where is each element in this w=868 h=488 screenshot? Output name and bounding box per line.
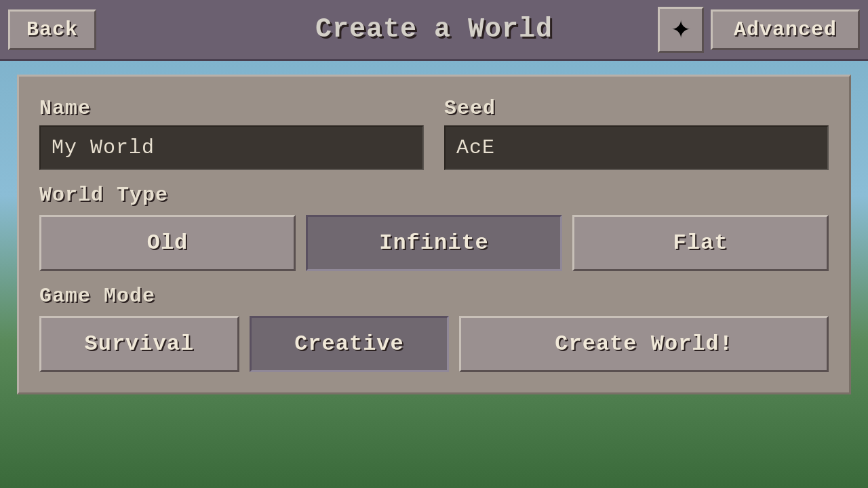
header-center: Create a World [315, 14, 553, 45]
advanced-button[interactable]: Advanced [711, 9, 860, 50]
header: Back Create a World ✦ Advanced [0, 0, 868, 61]
back-button[interactable]: Back [8, 9, 96, 50]
creative-button[interactable]: Creative [250, 316, 450, 372]
game-mode-section: Game Mode Survival Creative Create World… [39, 285, 829, 372]
seed-input[interactable] [444, 125, 829, 170]
world-type-infinite-button[interactable]: Infinite [306, 215, 562, 271]
name-seed-row: Name Seed [39, 97, 829, 170]
name-label: Name [39, 97, 424, 120]
seed-group: Seed [444, 97, 829, 170]
game-mode-label: Game Mode [39, 285, 829, 308]
survival-button[interactable]: Survival [39, 316, 239, 372]
create-world-button[interactable]: Create World! [459, 316, 829, 372]
world-type-old-button[interactable]: Old [39, 215, 296, 271]
seed-label: Seed [444, 97, 829, 120]
world-type-section: World Type Old Infinite Flat [39, 184, 829, 271]
main-panel: Name Seed World Type Old Infinite Flat G… [17, 75, 851, 394]
settings-icon-button[interactable]: ✦ [658, 7, 704, 53]
name-group: Name [39, 97, 424, 170]
world-type-buttons: Old Infinite Flat [39, 215, 829, 271]
world-type-label: World Type [39, 184, 829, 207]
world-type-flat-button[interactable]: Flat [572, 215, 829, 271]
header-right: ✦ Advanced [658, 7, 860, 53]
page-title: Create a World [315, 14, 553, 45]
game-mode-row: Survival Creative Create World! [39, 316, 829, 372]
name-input[interactable] [39, 125, 424, 170]
settings-icon: ✦ [671, 16, 691, 44]
